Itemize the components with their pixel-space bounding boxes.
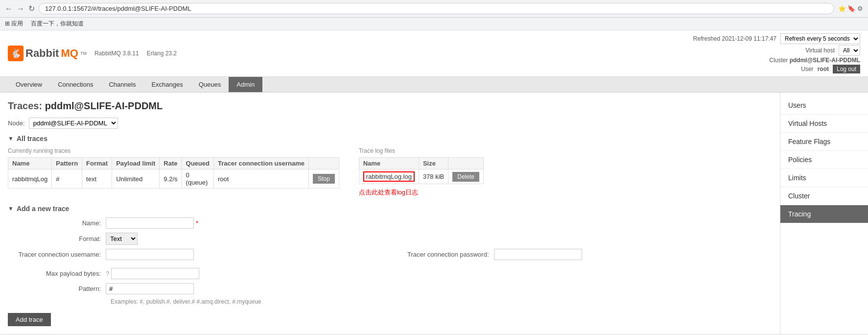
top-right-info: Refreshed 2021-12-09 11:17:47 Refresh ev… — [693, 33, 860, 73]
log-files-label: Trace log files — [359, 147, 484, 154]
traces-two-col: Currently running traces Name Pattern Fo… — [8, 147, 772, 197]
top-bar: 🐇 RabbitMQTM RabbitMQ 3.8.11 Erlang 23.2… — [0, 30, 868, 77]
trace-stop-cell: Stop — [308, 169, 339, 189]
refresh-select[interactable]: Refresh every 5 seconds Manually Every 1… — [780, 33, 860, 44]
sidebar-item-feature-flags[interactable]: Feature Flags — [780, 133, 868, 151]
logo-rabbit: Rabbit — [25, 47, 59, 60]
col-queued: Queued — [182, 158, 213, 169]
user-value: root — [818, 66, 829, 72]
log-files-table: Name Size rabbitmqLog.log 378 kiB — [359, 157, 484, 184]
all-traces-section-header[interactable]: ▼ All traces — [8, 135, 772, 143]
help-icon[interactable]: ? — [106, 270, 109, 277]
logo-mq: MQ — [61, 47, 78, 60]
max-payload-label: Max payload bytes: — [8, 270, 106, 277]
max-payload-field[interactable] — [111, 268, 199, 279]
log-file-size: 378 kiB — [419, 169, 448, 184]
erlang-version: Erlang 23.2 — [147, 50, 177, 57]
name-field[interactable] — [106, 217, 194, 229]
logo-tm: TM — [80, 51, 87, 56]
trace-username: root — [213, 169, 308, 189]
name-row: Name: * — [8, 217, 772, 229]
bookmarks-bar: ⊞ 应用 百度一下，你就知道 — [0, 18, 868, 30]
username-field[interactable] — [106, 249, 194, 260]
log-file-link[interactable]: rabbitmqLog.log — [363, 171, 415, 182]
toggle-arrow-icon: ▼ — [8, 135, 14, 142]
col-pattern: Pattern — [52, 158, 82, 169]
sidebar-item-policies[interactable]: Policies — [780, 151, 868, 169]
tab-channels[interactable]: Channels — [101, 77, 143, 92]
max-payload-row: Max payload bytes: ? — [8, 268, 772, 279]
page-title: Traces: pddml@SLIFE-AI-PDDML — [8, 100, 772, 112]
user-label: User — [801, 66, 813, 72]
reload-button[interactable]: ↻ — [28, 4, 35, 13]
format-select[interactable]: Text JSON — [106, 233, 138, 245]
log-col-name: Name — [359, 158, 419, 169]
username-field-label: Tracer connection username: — [8, 251, 106, 258]
log-row: rabbitmqLog.log 378 kiB Delete — [359, 169, 483, 184]
col-format: Format — [82, 158, 112, 169]
sidebar-item-users[interactable]: Users — [780, 96, 868, 115]
sidebar-item-virtual-hosts[interactable]: Virtual Hosts — [780, 115, 868, 133]
tab-exchanges[interactable]: Exchanges — [143, 77, 190, 92]
logo: 🐇 RabbitMQTM — [8, 46, 87, 61]
nav-tabs: Overview Connections Channels Exchanges … — [0, 77, 868, 93]
log-col-size: Size — [419, 158, 448, 169]
browser-icons: ⭐ 🔖 ⚙ — [838, 5, 863, 12]
add-trace-button[interactable]: Add trace — [8, 313, 51, 326]
running-traces-area: Currently running traces Name Pattern Fo… — [8, 147, 339, 197]
password-field-label: Tracer connection password: — [396, 251, 494, 258]
bookmark-baidu[interactable]: 百度一下，你就知道 — [31, 20, 84, 28]
delete-button[interactable]: Delete — [452, 172, 479, 182]
sidebar-item-limits[interactable]: Limits — [780, 169, 868, 187]
format-field-label: Format: — [8, 235, 106, 242]
pattern-hint: Examples: #, publish.#, deliver.# #.amq.… — [111, 298, 772, 305]
all-traces-label: All traces — [17, 135, 47, 143]
back-button[interactable]: ← — [5, 4, 13, 13]
tab-queues[interactable]: Queues — [191, 77, 229, 92]
vhost-label: Virtual host — [805, 47, 835, 54]
cluster-value: pddml@SLIFE-AI-PDDML — [790, 57, 860, 64]
url-bar[interactable] — [39, 3, 834, 14]
rabbitmq-version: RabbitMQ 3.8.11 — [94, 50, 139, 57]
node-select[interactable]: pddml@SLIFE-AI-PDDML — [29, 118, 118, 129]
sidebar-item-cluster[interactable]: Cluster — [780, 187, 868, 205]
cluster-label: Cluster — [769, 57, 788, 64]
stop-button[interactable]: Stop — [313, 174, 335, 184]
name-field-label: Name: — [8, 219, 106, 227]
node-label: Node: — [8, 120, 25, 127]
logo-icon: 🐇 — [8, 46, 23, 61]
trace-rate: 9.2/s — [160, 169, 182, 189]
add-toggle-arrow-icon: ▼ — [8, 205, 14, 212]
add-trace-label: Add a new trace — [17, 205, 69, 213]
col-name: Name — [8, 158, 52, 169]
log-file-name-cell: rabbitmqLog.log — [359, 169, 419, 184]
trace-queued: 0(queue) — [182, 169, 213, 189]
tab-connections[interactable]: Connections — [50, 77, 101, 92]
sidebar-item-tracing[interactable]: Tracing — [780, 205, 868, 223]
log-files-area: Trace log files Name Size rabbitmqLog.lo… — [359, 147, 484, 197]
logout-button[interactable]: Log out — [833, 65, 860, 73]
trace-format: text — [82, 169, 112, 189]
table-row: rabbitmqLog # text Unlimited 9.2/s 0(que… — [8, 169, 339, 189]
trace-pattern: # — [52, 169, 82, 189]
add-trace-header[interactable]: ▼ Add a new trace — [8, 205, 772, 213]
password-row: Tracer connection password: — [396, 249, 773, 260]
col-action — [308, 158, 339, 169]
log-file-delete-cell: Delete — [448, 169, 484, 184]
main-layout: Traces: pddml@SLIFE-AI-PDDML Node: pddml… — [0, 93, 868, 334]
format-row: Format: Text JSON — [8, 233, 772, 245]
click-hint[interactable]: 点击此处查看log日志 — [359, 188, 484, 197]
currently-running-label: Currently running traces — [8, 147, 339, 154]
pattern-field[interactable] — [106, 283, 194, 294]
tab-overview[interactable]: Overview — [8, 77, 50, 92]
password-field[interactable] — [494, 249, 582, 260]
refreshed-timestamp: Refreshed 2021-12-09 11:17:47 — [693, 35, 776, 42]
col-username: Tracer connection username — [213, 158, 308, 169]
forward-button[interactable]: → — [17, 4, 24, 13]
tab-admin[interactable]: Admin — [229, 77, 262, 92]
running-traces-table: Name Pattern Format Payload limit Rate Q… — [8, 157, 339, 189]
bookmark-apps[interactable]: ⊞ 应用 — [5, 20, 23, 28]
log-col-action — [448, 158, 484, 169]
trace-payload: Unlimited — [112, 169, 160, 189]
vhost-select[interactable]: All — [839, 45, 860, 56]
